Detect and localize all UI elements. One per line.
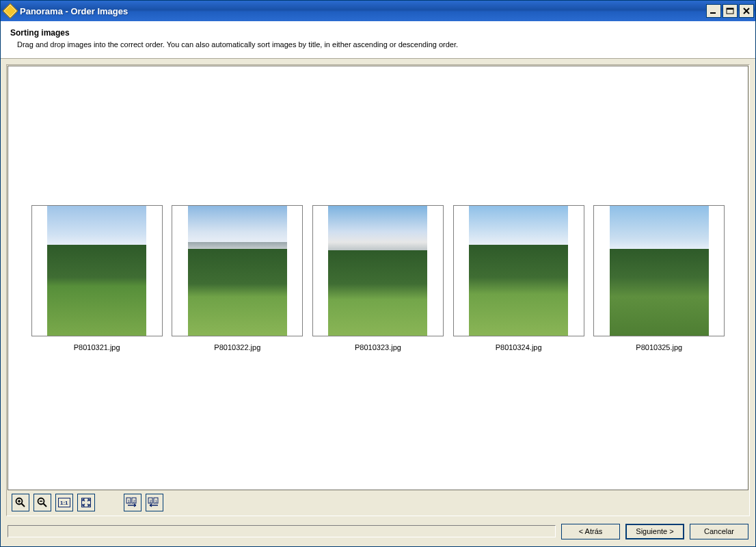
sort-descending-button[interactable]: 21 — [146, 494, 163, 511]
thumbnail-image-box — [453, 205, 584, 336]
zoom-tool-group: 1:1 — [12, 494, 95, 511]
actual-size-button[interactable]: 1:1 — [55, 494, 73, 511]
thumbnail-image-box — [31, 205, 163, 336]
thumbnail-label: P8010325.jpg — [593, 343, 725, 351]
actual-size-icon: 1:1 — [58, 498, 70, 507]
close-button[interactable] — [739, 4, 754, 18]
fit-screen-icon — [81, 497, 92, 508]
sort-tool-group: 12 21 — [124, 494, 163, 511]
thumbnail-image — [47, 206, 146, 336]
thumbnail-item[interactable]: P8010324.jpg — [453, 205, 584, 351]
fit-screen-button[interactable] — [77, 494, 95, 511]
progress-bar — [8, 525, 556, 537]
zoom-in-icon — [15, 497, 26, 508]
wizard-button-panel: < Atrás Siguiente > Cancelar — [1, 516, 755, 546]
thumbnail-image — [328, 206, 427, 336]
minimize-button[interactable] — [706, 4, 721, 18]
window-root: Panorama - Order Images Sorting images D… — [0, 0, 756, 547]
svg-line-8 — [44, 504, 47, 507]
svg-line-4 — [22, 504, 25, 507]
title-bar[interactable]: Panorama - Order Images — [1, 1, 755, 21]
content-frame: P8010321.jpg P8010322.jpg P8010323.jpg P… — [6, 64, 750, 516]
thumbnail-image-box — [172, 205, 303, 336]
svg-rect-2 — [727, 8, 733, 10]
zoom-out-icon — [37, 497, 48, 508]
thumbnail-item[interactable]: P8010321.jpg — [31, 205, 163, 351]
svg-text:2: 2 — [150, 499, 152, 503]
page-subheading: Drag and drop images into the correct or… — [10, 40, 746, 49]
thumbnail-label: P8010324.jpg — [453, 343, 584, 351]
svg-text:2: 2 — [133, 499, 136, 503]
app-icon — [3, 3, 18, 19]
thumbnail-label: P8010323.jpg — [312, 343, 444, 351]
thumbnail-image-box — [312, 205, 444, 336]
thumbnail-image — [469, 206, 568, 336]
header-panel: Sorting images Drag and drop images into… — [1, 21, 755, 59]
sort-descending-icon: 21 — [148, 497, 161, 508]
svg-text:1: 1 — [155, 499, 158, 503]
maximize-button[interactable] — [723, 4, 738, 18]
svg-text:1:1: 1:1 — [60, 500, 68, 506]
thumbnail-image-box — [593, 205, 725, 336]
zoom-in-button[interactable] — [12, 494, 29, 511]
sort-ascending-button[interactable]: 12 — [124, 494, 141, 511]
toolbar: 1:1 12 21 — [8, 490, 748, 515]
thumbnail-image — [188, 206, 287, 336]
thumbnail-item[interactable]: P8010322.jpg — [172, 205, 303, 351]
svg-rect-1 — [727, 8, 733, 14]
svg-text:1: 1 — [128, 499, 131, 503]
thumbnail-label: P8010321.jpg — [31, 343, 163, 351]
cancel-button[interactable]: Cancelar — [690, 524, 748, 539]
zoom-out-button[interactable] — [33, 494, 51, 511]
thumbnail-item[interactable]: P8010325.jpg — [593, 205, 725, 351]
page-heading: Sorting images — [10, 28, 746, 38]
thumbnail-label: P8010322.jpg — [172, 343, 303, 351]
svg-rect-0 — [710, 12, 716, 14]
back-button[interactable]: < Atrás — [561, 524, 620, 539]
thumbnail-item[interactable]: P8010323.jpg — [312, 205, 444, 351]
sort-ascending-icon: 12 — [126, 497, 139, 508]
thumbnail-image — [610, 206, 709, 336]
thumbnail-area: P8010321.jpg P8010322.jpg P8010323.jpg P… — [8, 66, 748, 490]
window-title: Panorama - Order Images — [20, 6, 128, 16]
next-button[interactable]: Siguiente > — [625, 524, 684, 539]
